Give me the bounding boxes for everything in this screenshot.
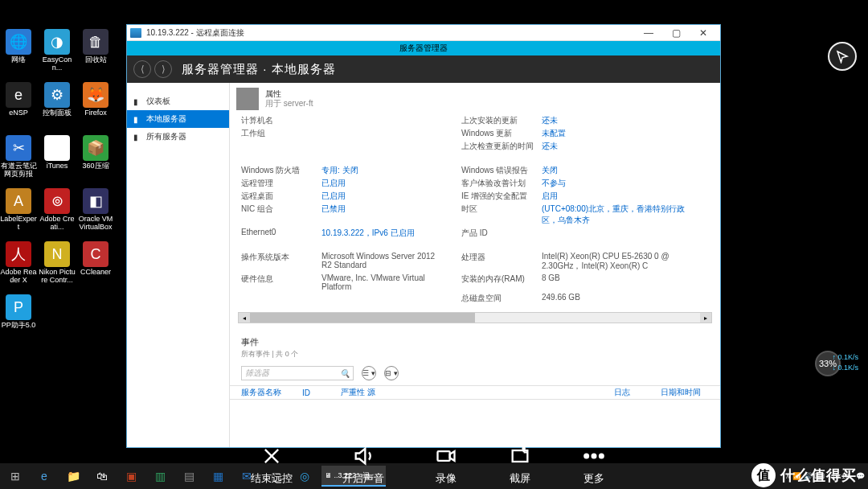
prop-value[interactable]: 还未 [542,141,686,152]
nav-back-button[interactable]: ⟨ [133,60,151,78]
prop-label: 上次安装的更新 [461,115,542,126]
prop-label [241,141,321,152]
rc-close-button[interactable]: 结束远控 [251,444,293,486]
prop-value [442,273,461,291]
desktop-icon[interactable]: CCCleaner [77,241,114,290]
server-manager-title: 服务器管理器 [127,41,720,55]
prop-value [442,252,461,272]
breadcrumb: ⟨ ⟩ 服务器管理器 · 本地服务器 [127,55,720,83]
filter-menu-2[interactable]: ⊟ ▾ [384,366,399,380]
tb-store[interactable]: 🛍 [90,466,114,487]
prop-value[interactable]: 已启用 [321,178,442,189]
prop-value [442,128,461,139]
tb-explorer[interactable]: 📁 [61,466,85,487]
rc-record-button[interactable]: 录像 [434,444,458,486]
desktop-icon[interactable]: NNikon Picture Contr... [39,241,76,290]
h-scrollbar[interactable]: ◂▸ [238,312,712,323]
desktop-icon[interactable]: ✂有道云笔记网页剪报 [0,135,37,183]
prop-label: 计算机名 [241,115,321,126]
server-icon [236,88,259,110]
desktop-icon[interactable]: ⊚Adobe Creati... [39,188,76,236]
prop-value[interactable]: 10.19.3.222，IPv6 已启用 [321,228,442,239]
desktop-icon[interactable]: ♪iTunes [39,135,76,183]
events-columns[interactable]: 服务器名称 ID 严重性 源 日志 日期和时间 [230,385,720,400]
rc-more-button[interactable]: 更多 [582,444,606,486]
prop-value[interactable]: 不参与 [542,178,686,189]
prop-value[interactable]: 还未 [542,115,686,126]
prop-value: VMware, Inc. VMware Virtual Platform [321,273,442,291]
sidebar-item[interactable]: ▮所有服务器 [127,128,229,146]
sidebar-item[interactable]: ▮本地服务器 [127,110,229,128]
prop-value [442,165,461,176]
svg-point-3 [584,454,588,458]
tb-app3[interactable]: ▤ [177,466,201,487]
prop-value: 8 GB [542,273,686,291]
prop-value: Microsoft Windows Server 2012 R2 Standar… [321,252,442,272]
prop-value[interactable] [321,141,442,152]
svg-point-4 [592,454,596,458]
desktop-icon[interactable]: 📦360压缩 [77,135,114,183]
desktop-icon[interactable]: ◑EasyConn... [39,29,76,77]
prop-value[interactable]: 已启用 [321,191,442,202]
prop-value[interactable]: 未配置 [542,128,686,139]
rc-sound-button[interactable]: 开启声音 [342,444,384,486]
tb-app1[interactable]: ▣ [119,466,143,487]
rdp-icon [130,28,141,38]
desktop-icon[interactable]: ⚙控制面板 [39,82,76,130]
prop-label: 硬件信息 [241,273,321,291]
close-button[interactable]: ✕ [690,26,717,40]
prop-value[interactable]: 启用 [542,191,686,202]
tb-app2[interactable]: ▥ [148,466,172,487]
record-icon [434,444,458,468]
search-icon: 🔍 [340,369,350,378]
prop-value [442,293,461,304]
prop-value[interactable]: 专用: 关闭 [321,165,442,176]
events-filter-input[interactable]: 筛选器🔍 [241,366,354,380]
prop-label: 上次检查更新的时间 [461,141,542,152]
desktop-icon[interactable]: PPP助手5.0 [0,294,37,343]
events-subtitle: 所有事件 | 共 0 个 [241,349,709,360]
props-title: 属性 [265,89,313,99]
minimize-button[interactable]: — [635,26,662,40]
desktop-icon[interactable]: 人Adobe Reader X [0,241,37,290]
rc-shot-button[interactable]: 截屏 [508,444,532,486]
svg-point-2 [523,448,525,450]
window-title: 10.19.3.222 - 远程桌面连接 [146,27,244,39]
start-button[interactable]: ⊞ [3,466,27,487]
prop-label: 时区 [461,203,542,226]
desktop-icon[interactable]: 🗑回收站 [77,29,114,77]
filter-menu-1[interactable]: ☰ ▾ [362,366,376,380]
prop-value [442,203,461,226]
prop-value[interactable]: 关闭 [542,165,686,176]
prop-value[interactable] [321,115,442,126]
rdp-window: 10.19.3.222 - 远程桌面连接 — ▢ ✕ 服务器管理器 ⟨ ⟩ 服务… [126,24,721,448]
window-titlebar[interactable]: 10.19.3.222 - 远程桌面连接 — ▢ ✕ [127,25,720,41]
prop-label: Ethernet0 [241,228,321,239]
sidebar-item[interactable]: ▮仪表板 [127,92,229,110]
prop-value[interactable] [542,228,686,239]
prop-label: IE 增强的安全配置 [461,191,542,202]
prop-label: Windows 错误报告 [461,165,542,176]
desktop-icon[interactable]: ◧Oracle VM VirtualBox [77,188,114,236]
desktop-icon[interactable]: ALabelExpert [0,188,37,236]
watermark: 值 什么值得买 [751,463,857,487]
remote-cursor-badge [828,42,857,71]
props-subtitle: 用于 server-ft [265,99,313,109]
prop-value [442,141,461,152]
desktop-icon[interactable]: eeNSP [0,82,37,130]
prop-label: NIC 组合 [241,203,321,226]
prop-value [442,228,461,239]
nav-fwd-button[interactable]: ⟩ [154,60,172,78]
prop-label: 工作组 [241,128,321,139]
prop-value[interactable] [321,128,442,139]
tb-edge[interactable]: e [32,466,56,487]
tray-notify[interactable]: 💬 [856,472,865,480]
prop-value [321,293,442,304]
desktop-icon[interactable]: 🌐网络 [0,29,37,77]
prop-label: 远程管理 [241,178,321,189]
desktop-icon[interactable]: 🦊Firefox [77,82,114,130]
tb-app4[interactable]: ▦ [206,466,230,487]
prop-value[interactable]: 已禁用 [321,203,442,226]
maximize-button[interactable]: ▢ [662,26,690,40]
prop-value[interactable]: (UTC+08:00)北京，重庆，香港特别行政区，乌鲁木齐 [542,203,686,226]
